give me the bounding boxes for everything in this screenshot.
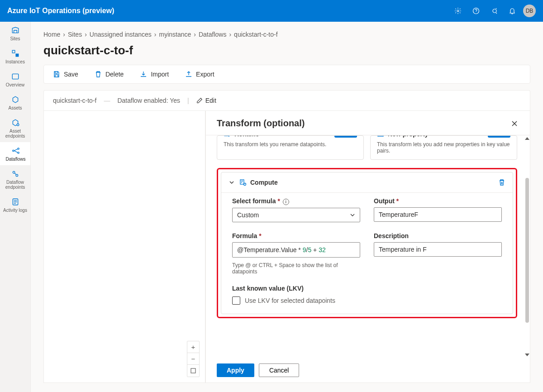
page-title: quickstart-c-to-f xyxy=(43,43,530,57)
sidenav-item-asset-endpoints[interactable]: Asset endpoints xyxy=(0,114,30,142)
transform-panel: Transform (optional) Rename xyxy=(205,110,530,383)
svg-point-0 xyxy=(457,10,459,12)
avatar[interactable]: DB xyxy=(523,5,536,17)
output-label: Output * xyxy=(374,197,502,205)
sidenav-item-dataflow-endpoints[interactable]: Dataflow endpoints xyxy=(0,165,30,193)
diagnostics-icon[interactable] xyxy=(487,4,501,18)
svg-point-9 xyxy=(13,171,15,173)
sidenav-item-assets[interactable]: Assets xyxy=(0,91,30,114)
topbar: Azure IoT Operations (preview) DB xyxy=(0,0,543,22)
select-formula-dropdown[interactable]: Custom xyxy=(232,208,360,222)
breadcrumb-sites[interactable]: Sites xyxy=(68,31,82,38)
newproperty-add-button[interactable]: + Add xyxy=(488,135,510,138)
description-label: Description xyxy=(374,232,502,239)
zoom-in-button[interactable]: + xyxy=(187,341,199,353)
formula-label: Formula * xyxy=(232,232,360,239)
svg-point-6 xyxy=(12,150,14,151)
scroll-up-icon[interactable] xyxy=(525,137,529,140)
chevron-down-icon xyxy=(350,212,355,218)
description-input[interactable]: Temperature in F xyxy=(374,242,502,257)
status-enabled: Dataflow enabled: Yes xyxy=(117,97,180,104)
info-icon[interactable]: i xyxy=(283,199,289,205)
sidenav-item-dataflows[interactable]: Dataflows xyxy=(0,142,30,165)
breadcrumb-dataflows[interactable]: Dataflows xyxy=(199,31,226,38)
status-name: quickstart-c-to-f xyxy=(53,97,96,104)
svg-point-7 xyxy=(17,148,19,149)
command-bar: Save Delete Import Export xyxy=(43,65,530,84)
svg-rect-4 xyxy=(12,74,19,79)
breadcrumb-instance[interactable]: myinstance xyxy=(159,31,191,38)
svg-point-8 xyxy=(17,152,19,153)
settings-icon[interactable] xyxy=(451,4,465,18)
breadcrumb-current: quickstart-c-to-f xyxy=(234,31,277,38)
lkv-checkbox[interactable] xyxy=(232,296,240,305)
panel-title: Transform (optional) xyxy=(217,118,305,129)
chevron-down-icon[interactable] xyxy=(229,179,235,186)
edit-button[interactable]: Edit xyxy=(196,97,216,104)
app-title: Azure IoT Operations (preview) xyxy=(7,7,451,15)
apply-button[interactable]: Apply xyxy=(217,363,254,377)
close-button[interactable] xyxy=(510,119,519,128)
zoom-controls: + − xyxy=(187,341,200,377)
zoom-fit-button[interactable] xyxy=(187,365,199,377)
scrollbar[interactable] xyxy=(525,137,529,356)
compute-card: Compute Select formula * i xyxy=(221,172,513,314)
scroll-thumb[interactable] xyxy=(525,178,529,323)
svg-rect-12 xyxy=(191,368,195,373)
delete-button[interactable]: Delete xyxy=(95,71,124,78)
status-bar: quickstart-c-to-f — Dataflow enabled: Ye… xyxy=(43,90,530,110)
sidenav-item-instances[interactable]: Instances xyxy=(0,45,30,68)
compute-icon xyxy=(239,179,247,186)
sidenav-item-activity-logs[interactable]: Activity logs xyxy=(0,193,30,216)
cancel-button[interactable]: Cancel xyxy=(259,363,300,377)
sidenav-item-sites[interactable]: Sites xyxy=(0,22,30,45)
sidenav: Sites Instances Overview Assets Asset en… xyxy=(0,22,31,392)
delete-compute-button[interactable] xyxy=(498,179,505,186)
rename-card: Rename + Add This transform lets you ren… xyxy=(217,135,364,160)
notifications-icon[interactable] xyxy=(505,4,519,18)
save-button[interactable]: Save xyxy=(53,71,78,78)
svg-point-10 xyxy=(16,174,18,177)
rename-add-button[interactable]: + Add xyxy=(334,135,357,138)
lkv-checkbox-label: Use LKV for selected datapoints xyxy=(245,297,335,304)
help-icon[interactable] xyxy=(469,4,483,18)
svg-rect-13 xyxy=(224,135,229,136)
svg-rect-14 xyxy=(378,135,383,136)
topbar-actions: DB xyxy=(451,4,536,18)
import-button[interactable]: Import xyxy=(140,71,169,78)
compute-highlight: Compute Select formula * i xyxy=(217,168,517,318)
output-input[interactable]: TemperatureF xyxy=(374,207,502,222)
scroll-down-icon[interactable] xyxy=(525,354,529,356)
select-formula-label: Select formula * i xyxy=(232,197,360,205)
dataflow-canvas[interactable]: + − xyxy=(43,110,205,383)
zoom-out-button[interactable]: − xyxy=(187,353,199,365)
breadcrumb-home[interactable]: Home xyxy=(43,31,60,38)
breadcrumb-unassigned[interactable]: Unassigned instances xyxy=(90,31,152,38)
svg-point-5 xyxy=(17,124,19,126)
sidenav-item-overview[interactable]: Overview xyxy=(0,68,30,91)
svg-rect-15 xyxy=(240,180,244,184)
export-button[interactable]: Export xyxy=(185,71,214,78)
svg-rect-2 xyxy=(12,50,15,53)
svg-rect-3 xyxy=(16,54,19,57)
lkv-title: Last known value (LKV) xyxy=(232,285,502,292)
newproperty-card: New property + Add This transform lets y… xyxy=(370,135,517,160)
formula-hint: Type @ or CTRL + Space to show the list … xyxy=(232,262,360,275)
formula-input[interactable]: @Temperature.Value * 9/5 + 32 xyxy=(232,242,360,258)
breadcrumb: Home› Sites› Unassigned instances› myins… xyxy=(43,31,530,38)
